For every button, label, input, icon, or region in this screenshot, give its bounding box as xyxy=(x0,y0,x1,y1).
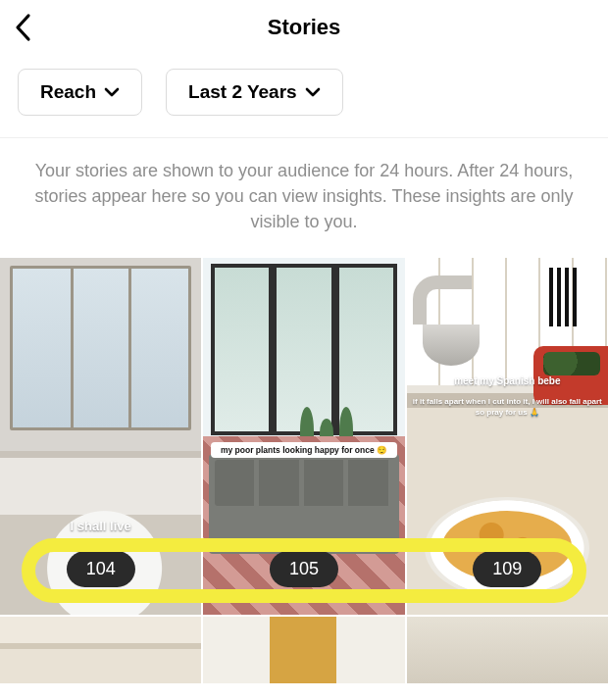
back-button[interactable] xyxy=(14,13,33,42)
story-caption: I shall live xyxy=(0,519,201,533)
date-range-filter-label: Last 2 Years xyxy=(188,81,297,103)
story-tile[interactable] xyxy=(0,617,201,683)
story-tile[interactable]: meet my Spanish bebe if it falls apart w… xyxy=(407,258,608,615)
info-text: Your stories are shown to your audience … xyxy=(0,138,608,258)
story-tile[interactable]: I shall live 104 xyxy=(0,258,201,615)
reach-badge: 105 xyxy=(270,551,338,587)
reach-badge: 104 xyxy=(67,551,135,587)
header: Stories xyxy=(0,0,608,55)
stories-grid: I shall live 104 my poor plants looking … xyxy=(0,258,608,615)
metric-filter[interactable]: Reach xyxy=(18,69,142,116)
chevron-left-icon xyxy=(14,13,33,42)
metric-filter-label: Reach xyxy=(40,81,96,103)
story-tile[interactable] xyxy=(407,617,608,683)
story-caption: my poor plants looking happy for once 😌 xyxy=(211,442,396,458)
chevron-down-icon xyxy=(305,87,321,97)
story-tile[interactable] xyxy=(203,617,404,683)
story-caption-secondary: if it falls apart when I cut into it, I … xyxy=(413,397,602,418)
reach-badge: 109 xyxy=(473,551,541,587)
story-caption: meet my Spanish bebe xyxy=(407,375,608,386)
chevron-down-icon xyxy=(104,87,120,97)
story-tile[interactable]: my poor plants looking happy for once 😌 … xyxy=(203,258,404,615)
filter-bar: Reach Last 2 Years xyxy=(0,55,608,138)
page-title: Stories xyxy=(268,15,341,40)
stories-grid-row-2 xyxy=(0,617,608,683)
date-range-filter[interactable]: Last 2 Years xyxy=(166,69,343,116)
